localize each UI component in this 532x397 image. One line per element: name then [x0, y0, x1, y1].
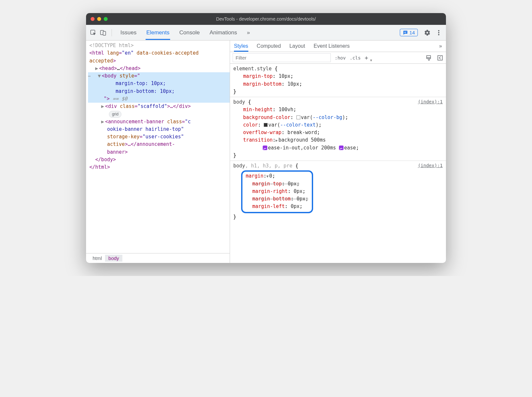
tab-layout[interactable]: Layout — [289, 41, 305, 52]
dom-tree[interactable]: <!DOCTYPE html> <html lang="en" data-coo… — [86, 41, 230, 253]
highlight-annotation: margin: ▼ 0; margin-top: 0px; margin-rig… — [241, 170, 313, 213]
device-toggle-icon[interactable] — [99, 29, 107, 37]
chevron-down-icon[interactable]: ▼ — [369, 59, 373, 62]
message-icon — [403, 30, 408, 35]
easing-icon[interactable] — [339, 146, 344, 150]
disclosure-triangle-icon[interactable]: ▶ — [95, 65, 99, 72]
color-swatch-icon[interactable] — [296, 115, 300, 119]
settings-icon[interactable] — [423, 29, 431, 37]
tab-event-listeners[interactable]: Event Listeners — [313, 41, 349, 52]
grid-badge-row: grid — [88, 110, 230, 118]
separator — [112, 29, 112, 36]
banner-node-l3: storage-key="user-cookies" — [88, 133, 230, 141]
svg-point-6 — [438, 32, 439, 33]
paint-brush-icon[interactable] — [426, 55, 432, 61]
tab-issues[interactable]: Issues — [120, 26, 137, 40]
content-area: <!DOCTYPE html> <html lang="en" data-coo… — [86, 41, 446, 263]
html-close: </html> — [88, 164, 230, 171]
doctype: <!DOCTYPE html> — [88, 42, 230, 49]
svg-rect-8 — [438, 56, 442, 60]
banner-node-l4: active>…</announcement- — [88, 141, 230, 148]
svg-point-5 — [438, 30, 439, 31]
cls-toggle[interactable]: .cls — [350, 55, 361, 60]
disclosure-triangle-icon[interactable]: ▶ — [101, 103, 105, 110]
elements-pane: <!DOCTYPE html> <html lang="en" data-coo… — [86, 41, 230, 263]
svg-point-7 — [438, 34, 439, 35]
tab-computed[interactable]: Computed — [257, 41, 281, 52]
banner-node[interactable]: ▶<announcement-banner class="c — [88, 118, 230, 126]
window-title: DevTools - developer.chrome.com/docs/dev… — [216, 16, 316, 22]
easing-icon[interactable] — [263, 146, 267, 150]
div-scaffold-node[interactable]: ▶<div class="scaffold">…</div> — [88, 103, 230, 110]
styles-rules: element.style { margin-top: 10px; margin… — [230, 64, 446, 263]
source-link[interactable]: (index):1 — [418, 98, 443, 106]
tab-animations[interactable]: Animations — [209, 26, 238, 40]
filter-row: :hov .cls + ▼ — [230, 52, 446, 64]
zoom-icon[interactable] — [104, 17, 108, 21]
devtools-window: DevTools - developer.chrome.com/docs/dev… — [86, 13, 446, 263]
messages-badge[interactable]: 14 — [400, 29, 418, 36]
inspect-icon[interactable] — [89, 29, 97, 37]
tabs-overflow-icon[interactable]: » — [246, 26, 251, 40]
styles-pane: Styles Computed Layout Event Listeners »… — [230, 41, 446, 263]
kebab-menu-icon[interactable] — [435, 29, 443, 37]
rule-body[interactable]: (index):1 body { min-height: 100vh; back… — [230, 97, 446, 161]
traffic-lights — [91, 17, 108, 21]
crumb-html[interactable]: html — [89, 255, 105, 262]
tab-console[interactable]: Console — [179, 26, 200, 40]
rule-body-group[interactable]: (index):1 body, h1, h3, p, pre { margin:… — [230, 161, 446, 222]
disclosure-triangle-icon[interactable]: ▶ — [275, 138, 278, 143]
banner-node-l5: banner> — [88, 148, 230, 156]
body-close: </body> — [88, 156, 230, 164]
disclosure-triangle-down-icon[interactable]: ▼ — [98, 72, 102, 80]
crumb-body[interactable]: body — [105, 255, 122, 262]
grid-badge[interactable]: grid — [109, 111, 121, 118]
source-link[interactable]: (index):1 — [418, 162, 443, 169]
color-swatch-icon[interactable] — [264, 123, 268, 127]
main-tabs: Issues Elements Console Animations » — [120, 26, 398, 40]
disclosure-triangle-down-icon[interactable]: ▼ — [266, 174, 269, 179]
breadcrumbs: html body — [86, 253, 230, 263]
tab-styles[interactable]: Styles — [234, 41, 248, 52]
filter-input[interactable] — [233, 53, 331, 62]
svg-rect-2 — [103, 31, 106, 35]
messages-count: 14 — [409, 30, 415, 35]
selection-ellipsis-icon: ⋯ — [88, 72, 97, 79]
svg-rect-3 — [404, 32, 407, 32]
toggle-rendering-icon[interactable] — [437, 55, 443, 61]
styles-sub-tabs: Styles Computed Layout Event Listeners » — [230, 41, 446, 52]
main-toolbar: Issues Elements Console Animations » 14 — [86, 25, 446, 41]
svg-rect-4 — [404, 32, 406, 33]
close-icon[interactable] — [91, 17, 95, 21]
html-open[interactable]: <html lang="en" data-cookies-accepted — [88, 49, 230, 57]
banner-node-l2: ookie-banner hairline-top" — [88, 126, 230, 133]
subtabs-overflow-icon[interactable]: » — [439, 41, 442, 52]
titlebar: DevTools - developer.chrome.com/docs/dev… — [86, 13, 446, 25]
minimize-icon[interactable] — [97, 17, 101, 21]
tab-elements[interactable]: Elements — [146, 26, 170, 40]
rule-element-style[interactable]: element.style { margin-top: 10px; margin… — [230, 64, 446, 97]
body-node-selected[interactable]: ⋯ ▼<body style=" margin-top: 10px; margi… — [88, 72, 230, 103]
html-open-2: accepted> — [88, 57, 230, 65]
hov-toggle[interactable]: :hov — [335, 55, 346, 60]
disclosure-triangle-icon[interactable]: ▶ — [101, 118, 105, 126]
new-style-button[interactable]: + — [364, 54, 368, 61]
head-node[interactable]: ▶<head>…</head> — [88, 65, 230, 72]
